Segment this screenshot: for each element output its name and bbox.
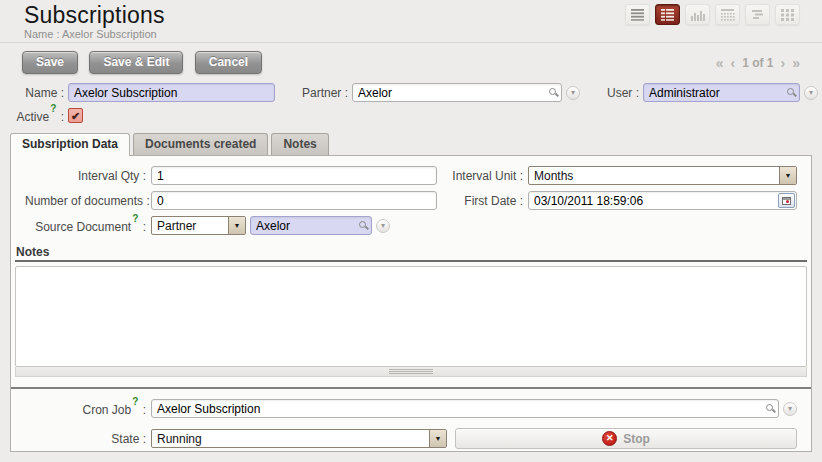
gantt-view-button[interactable] [745,4,770,25]
textarea-resize-handle[interactable] [15,367,807,377]
first-date-label: First Date : [437,194,523,208]
form-view-icon [660,8,675,21]
search-icon[interactable] [766,404,773,411]
stop-button-label: Stop [623,432,650,446]
action-buttons: Save Save & Edit Cancel [22,51,270,74]
cron-job-field [151,399,779,418]
active-row: Active? : [0,107,822,124]
last-record-icon[interactable]: » [792,57,800,69]
list-view-icon [630,8,645,21]
top-fields-row: Name : Partner : User : [0,83,818,102]
user-input[interactable] [643,83,800,102]
save-edit-button[interactable]: Save & Edit [89,51,183,74]
documents-row: Number of documents : First Date : [25,191,797,210]
interval-qty-label: Interval Qty : [25,169,146,183]
record-breadcrumb: Name : Axelor Subscription [24,28,822,40]
search-icon[interactable] [787,88,794,95]
first-date-input[interactable] [528,191,797,210]
view-switcher [625,4,800,25]
header: Subscriptions Name : Axelor Subscription [0,0,822,43]
graph-view-button[interactable] [685,4,710,25]
active-checkbox[interactable] [68,108,83,123]
user-field [643,83,800,102]
number-of-documents-input[interactable] [151,191,437,210]
form-view-button[interactable] [655,4,680,25]
name-label: Name : [0,86,64,100]
tab-documents-created[interactable]: Documents created [133,133,268,155]
search-icon[interactable] [549,88,556,95]
gantt-view-icon [750,8,765,21]
list-view-button[interactable] [625,4,650,25]
save-button[interactable]: Save [22,51,78,74]
source-model-select[interactable]: Partner [151,216,246,235]
interval-row: Interval Qty : Interval Unit : Months [25,166,797,185]
number-of-documents-label: Number of documents : [25,194,146,208]
source-record-field [250,216,372,235]
interval-qty-input[interactable] [151,166,437,185]
state-row: State : Running Stop [25,428,797,449]
notes-textarea[interactable] [15,266,807,367]
check-icon [71,109,80,123]
previous-record-icon[interactable]: ‹ [731,57,736,69]
partner-label: Partner : [275,86,348,100]
graph-view-icon [690,8,706,22]
source-document-label: Source Document? : [25,217,146,234]
calendar-view-icon [720,8,735,22]
stop-button[interactable]: Stop [455,428,797,449]
select-arrow-icon [779,167,796,184]
source-document-row: Source Document? : Partner [25,216,797,235]
cron-job-row: Cron Job? : [25,399,797,418]
notebook-tabs: Subsription Data Documents created Notes [10,133,812,155]
toolbar: Save Save & Edit Cancel « ‹ 1 of 1 › » [0,43,822,80]
cron-job-label: Cron Job? : [25,400,146,417]
cron-job-dropdown-button[interactable] [783,402,797,416]
kanban-view-button[interactable] [775,4,800,25]
select-arrow-icon [429,430,446,447]
cron-job-input[interactable] [151,399,779,418]
date-picker-button[interactable] [778,193,795,208]
kanban-view-icon [780,8,795,22]
name-input[interactable] [68,83,275,102]
tab-notes[interactable]: Notes [271,133,328,155]
calendar-view-button[interactable] [715,4,740,25]
stop-icon [602,431,617,446]
select-arrow-icon [228,217,245,234]
help-icon: ? [132,213,138,224]
cancel-button[interactable]: Cancel [195,51,262,74]
user-dropdown-button[interactable] [804,86,818,100]
next-record-icon[interactable]: › [781,57,786,69]
partner-dropdown-button[interactable] [566,86,580,100]
partner-field [352,83,562,102]
user-label: User : [588,86,639,100]
tab-subscription-data[interactable]: Subsription Data [10,133,130,156]
help-icon: ? [50,103,56,114]
subscription-data-panel: Interval Qty : Interval Unit : Months Nu… [10,155,812,452]
first-date-field [528,191,797,210]
subscriptions-form-page: Subscriptions Name : Axelor Subscription [0,0,822,462]
interval-unit-label: Interval Unit : [437,169,523,183]
state-label: State : [25,432,146,446]
record-pager: « ‹ 1 of 1 › » [716,56,800,70]
interval-unit-select[interactable]: Months [528,166,797,185]
active-label: Active? : [0,107,64,124]
footer-separator [11,387,811,389]
partner-input[interactable] [352,83,562,102]
help-icon: ? [132,396,138,407]
source-record-input[interactable] [250,216,372,235]
notes-section-label: Notes [16,245,807,259]
grip-icon [389,369,433,374]
state-select[interactable]: Running [151,429,447,448]
pager-count: 1 of 1 [742,56,773,70]
notes-separator [15,260,807,262]
first-record-icon[interactable]: « [716,57,724,69]
source-record-dropdown-button[interactable] [376,219,390,233]
search-icon[interactable] [359,221,366,228]
calendar-icon [782,197,791,205]
